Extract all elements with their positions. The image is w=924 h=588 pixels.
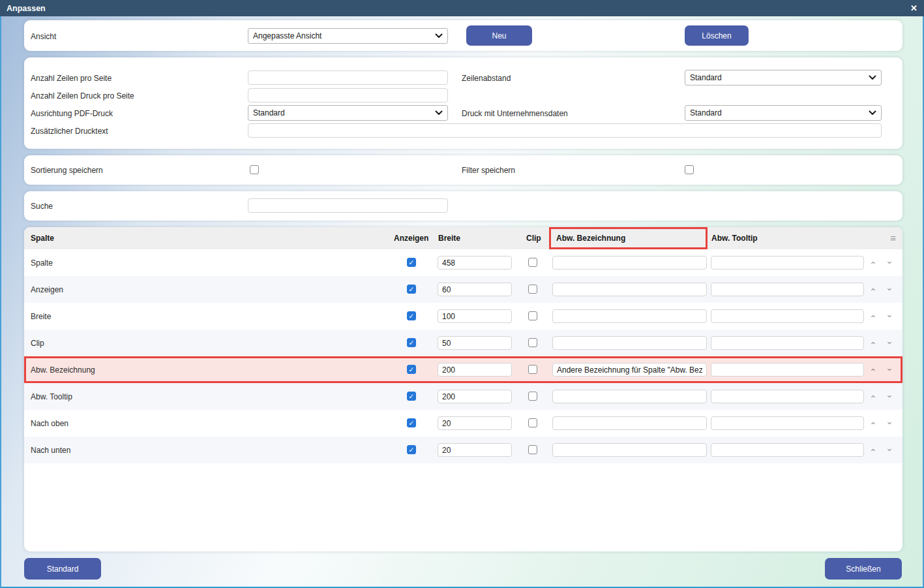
zeilenabstand-label: Zeilenabstand [462,74,511,83]
abw-bezeichnung-input[interactable] [552,443,707,457]
clip-checkbox[interactable] [528,285,537,294]
pdf-orientation-select[interactable]: Standard [248,105,448,121]
chevron-up-icon [871,313,875,319]
move-up-button[interactable] [867,337,879,348]
clip-checkbox[interactable] [528,445,537,454]
anzeigen-checkbox[interactable]: ✓ [407,338,416,347]
abw-tooltip-input[interactable] [711,309,864,323]
breite-input[interactable] [438,283,512,296]
abw-tooltip-input[interactable] [711,256,864,270]
ansicht-select[interactable]: Angepasste Ansicht [248,28,448,44]
abw-tooltip-input[interactable] [711,416,864,430]
close-icon[interactable]: ✕ [910,4,917,12]
ansicht-label: Ansicht [31,32,56,41]
clip-checkbox[interactable] [528,418,537,427]
chevron-up-icon [871,447,875,453]
anzeigen-checkbox[interactable]: ✓ [407,365,416,374]
abw-tooltip-input[interactable] [711,363,864,377]
chevron-down-icon [435,108,443,117]
dialog-title: Anpassen [7,4,46,13]
breite-input[interactable] [438,256,512,270]
company-data-select[interactable]: Standard [685,105,882,121]
standard-button[interactable]: Standard [24,558,101,580]
move-up-button[interactable] [867,364,879,375]
chevron-down-icon [887,260,891,266]
clip-checkbox[interactable] [528,392,537,401]
move-down-button[interactable] [884,283,895,295]
move-up-button[interactable] [867,390,879,402]
move-down-button[interactable] [884,444,895,456]
view-section-card: Ansicht Angepasste Ansicht Neu Löschen [24,20,902,51]
row-column-name: Clip [31,339,44,348]
search-section-card: Suche [24,191,902,221]
chevron-down-icon [869,108,876,117]
clip-checkbox[interactable] [528,338,537,347]
breite-input[interactable] [438,363,512,377]
breite-input[interactable] [438,390,512,403]
move-down-button[interactable] [884,364,895,375]
table-menu-icon[interactable]: ≡ [890,232,896,243]
abw-bezeichnung-input[interactable] [552,336,707,350]
sort-save-checkbox[interactable] [250,165,259,174]
clip-checkbox[interactable] [528,311,537,320]
table-header: Spalte Anzeigen Breite Clip Abw. Bezeich… [24,227,902,249]
search-label: Suche [31,202,53,211]
move-up-button[interactable] [867,444,879,456]
abw-tooltip-input[interactable] [711,443,864,457]
extra-text-input[interactable] [248,123,882,138]
move-up-button[interactable] [867,310,879,322]
extra-text-label: Zusätzlicher Drucktext [31,127,108,136]
anzeigen-checkbox[interactable]: ✓ [407,311,416,320]
neu-button[interactable]: Neu [466,25,532,46]
abw-bezeichnung-input[interactable] [552,363,707,377]
table-row: Spalte ✓ [24,249,902,276]
header-clip: Clip [526,234,541,243]
company-data-select-value: Standard [690,108,722,117]
abw-tooltip-input[interactable] [711,390,864,403]
anzeigen-checkbox[interactable]: ✓ [407,258,416,267]
move-up-button[interactable] [867,256,879,268]
abw-bezeichnung-input[interactable] [552,256,707,270]
abw-tooltip-input[interactable] [711,283,864,296]
zeilenabstand-select[interactable]: Standard [685,70,882,85]
print-rows-input[interactable] [248,88,448,102]
breite-input[interactable] [438,309,512,323]
move-down-button[interactable] [884,256,895,268]
chevron-down-icon [887,420,891,426]
search-input[interactable] [248,198,448,213]
move-down-button[interactable] [884,390,895,402]
breite-input[interactable] [438,416,512,430]
table-row: Nach unten ✓ [24,437,902,463]
columns-table-card: Spalte Anzeigen Breite Clip Abw. Bezeich… [24,227,902,551]
rows-per-page-label: Anzahl Zeilen pro Seite [31,74,112,83]
abw-bezeichnung-input[interactable] [552,416,707,430]
move-down-button[interactable] [884,310,895,322]
anzeigen-checkbox[interactable]: ✓ [407,392,416,401]
anzeigen-checkbox[interactable]: ✓ [407,445,416,454]
schliessen-button[interactable]: Schließen [825,558,902,580]
row-column-name: Breite [31,312,51,321]
move-down-button[interactable] [884,417,895,429]
clip-checkbox[interactable] [528,365,537,374]
move-up-button[interactable] [867,417,879,429]
abw-tooltip-input[interactable] [711,336,864,350]
loeschen-button[interactable]: Löschen [685,25,749,46]
save-section-card: Sortierung speichern Filter speichern [24,155,902,185]
abw-bezeichnung-input[interactable] [552,390,707,403]
move-down-button[interactable] [884,337,895,348]
filter-save-checkbox[interactable] [685,165,694,174]
chevron-up-icon [871,420,875,426]
abw-bezeichnung-input[interactable] [552,309,707,323]
rows-per-page-input[interactable] [248,70,448,85]
breite-input[interactable] [438,336,512,350]
check-icon: ✓ [409,286,415,293]
check-icon: ✓ [409,366,415,373]
breite-input[interactable] [438,443,512,457]
clip-checkbox[interactable] [528,258,537,267]
pdf-orientation-label: Ausrichtung PDF-Druck [31,109,113,118]
anzeigen-checkbox[interactable]: ✓ [407,418,416,427]
chevron-down-icon [887,447,891,453]
anzeigen-checkbox[interactable]: ✓ [407,285,416,294]
abw-bezeichnung-input[interactable] [552,283,707,296]
move-up-button[interactable] [867,283,879,295]
